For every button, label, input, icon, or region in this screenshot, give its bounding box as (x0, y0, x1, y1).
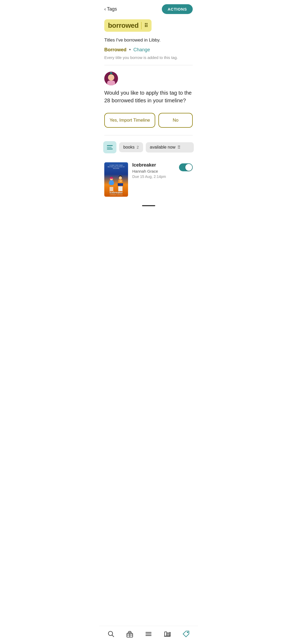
filter-bar: books 2 available now ⠿ (99, 137, 198, 156)
filter-icon-button[interactable] (103, 141, 116, 153)
scroll-handle (142, 205, 155, 206)
back-button[interactable]: ‹ Tags (104, 6, 117, 12)
cover-subtitle: #1 NEW YORK TIMES BESTSELLING AUTHOR OF … (105, 164, 127, 170)
toggle-knob (185, 164, 192, 171)
no-button[interactable]: No (158, 113, 193, 128)
separator: • (129, 47, 131, 53)
prompt-text: Would you like to apply this tag to the … (104, 89, 193, 104)
tag-section: borrowed ⠿ (99, 17, 198, 36)
hockey-head (119, 176, 122, 180)
bottom-spacer (99, 208, 198, 232)
books-filter-chip[interactable]: books 2 (119, 142, 143, 152)
avatar-body (107, 81, 115, 85)
tag-pill-label: borrowed (108, 21, 139, 30)
book-cover: #1 NEW YORK TIMES BESTSELLING AUTHOR OF … (104, 162, 128, 197)
scroll-handle-area (99, 200, 198, 208)
change-link[interactable]: Change (133, 47, 150, 53)
book-toggle-switch[interactable] (179, 163, 193, 171)
divider-2 (104, 135, 193, 135)
tuner-icon: ⠿ (177, 145, 181, 150)
table-row: #1 NEW YORK TIMES BESTSELLING AUTHOR OF … (99, 159, 198, 200)
back-chevron-icon: ‹ (104, 6, 106, 12)
cover-author: HANNAH GRACE (110, 194, 122, 196)
filter-line-2 (107, 147, 112, 148)
jersey-number: 11 (120, 180, 122, 182)
auto-tag-label: Borrowed (104, 47, 126, 53)
book-list: #1 NEW YORK TIMES BESTSELLING AUTHOR OF … (99, 156, 198, 200)
available-now-label: available now (150, 145, 176, 150)
borrowed-row: Borrowed • Change (99, 47, 198, 54)
cover-title: Icebreaker (110, 191, 123, 194)
hockey-legs (118, 186, 122, 191)
tag-description: Titles I've borrowed in Libby. (99, 36, 198, 47)
tag-pill-divider (141, 22, 142, 29)
yes-import-button[interactable]: Yes, Import Timeline (104, 113, 155, 128)
filter-line-3 (107, 149, 113, 149)
filter-line-1 (107, 145, 113, 146)
skater-skirt (109, 182, 114, 184)
book-due: Due 15 Aug, 2:14pm (132, 174, 175, 179)
avatar-head (108, 74, 114, 81)
skater-legs (110, 187, 113, 191)
skater-hair (110, 177, 113, 179)
books-filter-label: books (123, 145, 135, 150)
actions-button[interactable]: ACTIONS (162, 4, 193, 14)
avatar (104, 72, 118, 85)
auto-tag-description: Every title you borrow is added to this … (99, 54, 198, 63)
book-author: Hannah Grace (132, 169, 175, 173)
cover-figures: 11 (107, 170, 125, 191)
avatar-figure (106, 74, 116, 85)
tag-pill-menu-icon[interactable]: ⠿ (144, 23, 148, 28)
header: ‹ Tags ACTIONS (99, 0, 198, 17)
available-now-filter-chip[interactable]: available now ⠿ (146, 142, 194, 153)
book-info: Icebreaker Hannah Grace Due 15 Aug, 2:14… (132, 162, 175, 179)
skater-figure (107, 177, 115, 191)
filter-lines-icon (107, 145, 113, 149)
book-title: Icebreaker (132, 162, 175, 168)
tag-pill[interactable]: borrowed ⠿ (104, 19, 152, 32)
back-label: Tags (107, 6, 117, 12)
hockey-pants (118, 183, 123, 186)
prompt-section: Would you like to apply this tag to the … (99, 67, 198, 112)
import-buttons: Yes, Import Timeline No (99, 112, 198, 133)
books-filter-count: 2 (137, 145, 139, 149)
book-toggle-area (179, 162, 193, 171)
hockey-figure: 11 (116, 175, 125, 191)
divider-1 (104, 65, 193, 65)
